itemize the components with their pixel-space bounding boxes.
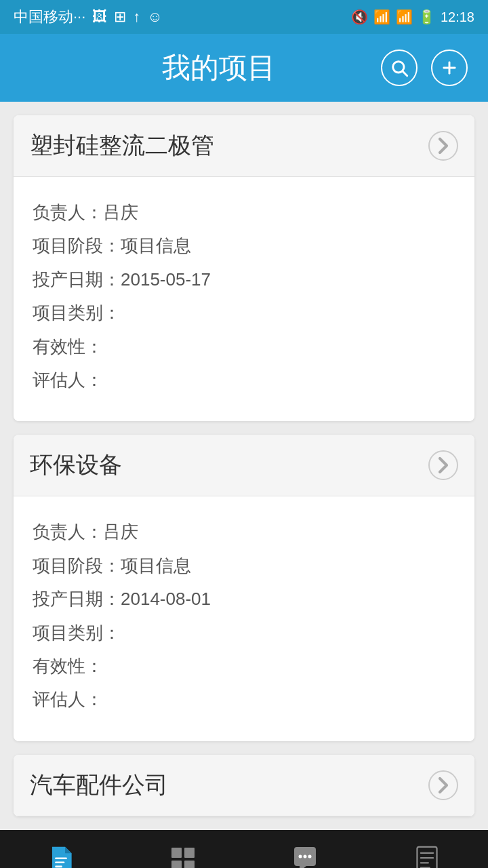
arrow-icon-2: [428, 450, 458, 480]
svg-rect-9: [171, 861, 182, 868]
upload-icon: ↑: [133, 8, 140, 26]
carrier-text: 中国移动···: [14, 7, 85, 27]
svg-point-12: [304, 855, 307, 859]
status-bar-left: 中国移动··· 🖼 ⊞ ↑ ☺: [14, 7, 163, 27]
project-validity-2: 有效性：: [33, 650, 455, 683]
project-date-1: 投产日期：2015-05-17: [33, 263, 455, 296]
svg-point-13: [308, 855, 312, 859]
battery-icon: 🔋: [418, 9, 435, 25]
project-header-1[interactable]: 塑封硅整流二极管: [14, 115, 474, 177]
project-category-1: 项目类别：: [33, 296, 455, 330]
svg-rect-10: [184, 861, 195, 868]
signal-icon: 📶: [396, 9, 413, 25]
sim-icon: ⊞: [114, 8, 126, 26]
status-bar: 中国移动··· 🖼 ⊞ ↑ ☺ 🔇 📶 📶 🔋 12:18: [0, 0, 488, 34]
project-evaluator-1: 评估人：: [33, 363, 455, 397]
nav-my-project[interactable]: 我的项目: [0, 830, 122, 868]
project-responsible-2: 负责人：吕庆: [33, 515, 455, 549]
svg-line-1: [403, 71, 407, 75]
nav-my-notice[interactable]: 我的公告: [366, 830, 488, 868]
project-header-2[interactable]: 环保设备: [14, 435, 474, 496]
project-title-1: 塑封硅整流二极管: [30, 130, 214, 161]
project-date-2: 投产日期：2014-08-01: [33, 583, 455, 616]
nav-my-activity[interactable]: 我的活动: [122, 830, 244, 868]
status-bar-right: 🔇 📶 📶 🔋 12:18: [351, 9, 474, 25]
project-responsible-1: 负责人：吕庆: [33, 196, 455, 229]
wifi-icon: 📶: [373, 9, 390, 25]
content-area: 塑封硅整流二极管 负责人：吕庆 项目阶段：项目信息 投产日期：2015-05-1…: [0, 102, 488, 830]
project-card-1: 塑封硅整流二极管 负责人：吕庆 项目阶段：项目信息 投产日期：2015-05-1…: [14, 115, 474, 421]
svg-rect-7: [171, 848, 182, 858]
time-display: 12:18: [441, 9, 474, 25]
header-icons: [381, 50, 468, 86]
project-stage-1: 项目阶段：项目信息: [33, 229, 455, 262]
my-activity-icon: [167, 844, 199, 868]
my-message-icon: [289, 844, 321, 868]
project-validity-1: 有效性：: [33, 330, 455, 363]
search-button[interactable]: [381, 50, 418, 86]
add-button[interactable]: [431, 50, 468, 86]
project-card-2: 环保设备 负责人：吕庆 项目阶段：项目信息 投产日期：2014-08-01 项目…: [14, 435, 474, 741]
svg-point-11: [299, 855, 302, 859]
mute-icon: 🔇: [351, 9, 368, 25]
svg-rect-5: [55, 862, 64, 864]
bottom-nav: 我的项目 我的活动 我的消息: [0, 830, 488, 868]
project-card-3: 汽车配件公司: [14, 755, 474, 816]
nav-my-message[interactable]: 我的消息: [244, 830, 366, 868]
project-body-2: 负责人：吕庆 项目阶段：项目信息 投产日期：2014-08-01 项目类别： 有…: [14, 496, 474, 741]
face-icon: ☺: [147, 8, 162, 26]
my-project-icon: [45, 844, 77, 868]
project-body-1: 负责人：吕庆 项目阶段：项目信息 投产日期：2015-05-17 项目类别： 有…: [14, 177, 474, 421]
svg-rect-6: [55, 866, 62, 868]
project-stage-2: 项目阶段：项目信息: [33, 549, 455, 583]
project-title-2: 环保设备: [30, 450, 122, 481]
project-evaluator-2: 评估人：: [33, 683, 455, 716]
page-title: 我的项目: [57, 49, 381, 87]
arrow-icon-3: [428, 770, 458, 800]
project-header-3[interactable]: 汽车配件公司: [14, 755, 474, 816]
svg-rect-8: [184, 848, 195, 858]
project-title-3: 汽车配件公司: [30, 770, 168, 801]
photo-icon: 🖼: [92, 8, 107, 26]
header: 我的项目: [0, 34, 488, 102]
project-category-2: 项目类别：: [33, 616, 455, 650]
arrow-icon-1: [428, 131, 458, 161]
svg-rect-4: [55, 858, 66, 860]
my-notice-icon: [411, 844, 443, 868]
